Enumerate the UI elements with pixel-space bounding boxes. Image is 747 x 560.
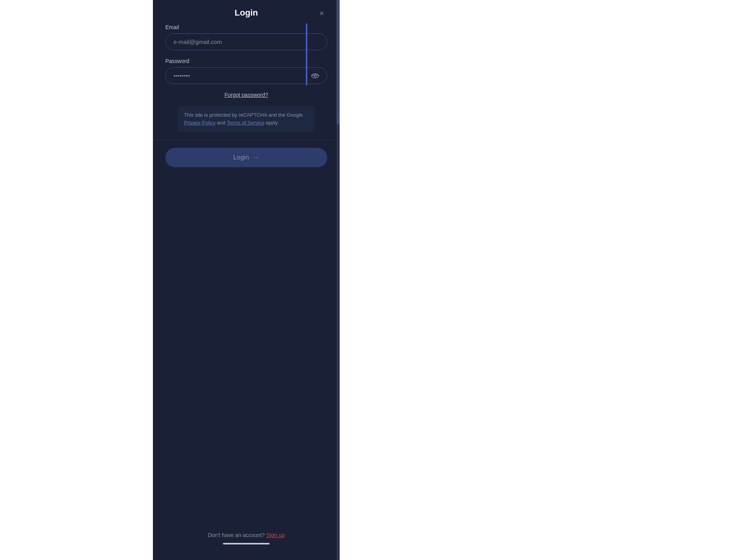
email-input[interactable] <box>165 33 327 50</box>
password-field-group: Password <box>165 58 327 84</box>
email-field-group: Email <box>165 24 327 50</box>
bottom-home-indicator <box>223 543 270 544</box>
close-button[interactable]: × <box>316 8 327 19</box>
close-icon: × <box>319 9 324 18</box>
svg-point-0 <box>312 74 319 78</box>
modal-container: Login × Email Password <box>153 0 340 560</box>
forgot-password-link[interactable]: Forgot password? <box>165 92 327 98</box>
privacy-policy-link[interactable]: Privacy Policy <box>184 120 216 126</box>
form-divider <box>153 140 340 140</box>
password-wrapper <box>165 67 327 84</box>
login-button[interactable]: Login → <box>165 148 327 167</box>
signup-prompt: Don't have an account? Sign up <box>208 532 285 538</box>
login-form: Email Password Forgot password? This <box>153 24 340 132</box>
password-label: Password <box>165 58 327 64</box>
eye-icon <box>311 72 319 80</box>
arrow-right-icon: → <box>253 154 259 161</box>
no-account-text: Don't have an account? <box>208 532 265 538</box>
recaptcha-notice: This site is protected by reCAPTCHA and … <box>178 106 315 132</box>
email-label: Email <box>165 24 327 30</box>
svg-point-1 <box>314 75 316 77</box>
modal-title: Login <box>235 8 258 18</box>
signup-link[interactable]: Sign up <box>267 532 285 538</box>
login-button-label: Login <box>233 154 249 161</box>
terms-of-service-link[interactable]: Terms of Service <box>227 120 265 126</box>
modal-header: Login × <box>153 0 340 24</box>
recaptcha-and: and <box>216 120 227 126</box>
toggle-password-button[interactable] <box>309 70 321 82</box>
password-input[interactable] <box>165 67 327 84</box>
recaptcha-after: apply. <box>264 120 279 126</box>
footer-section: Don't have an account? Sign up <box>153 532 340 544</box>
scrollbar[interactable] <box>337 0 340 560</box>
recaptcha-text-before: This site is protected by reCAPTCHA and … <box>184 112 303 118</box>
